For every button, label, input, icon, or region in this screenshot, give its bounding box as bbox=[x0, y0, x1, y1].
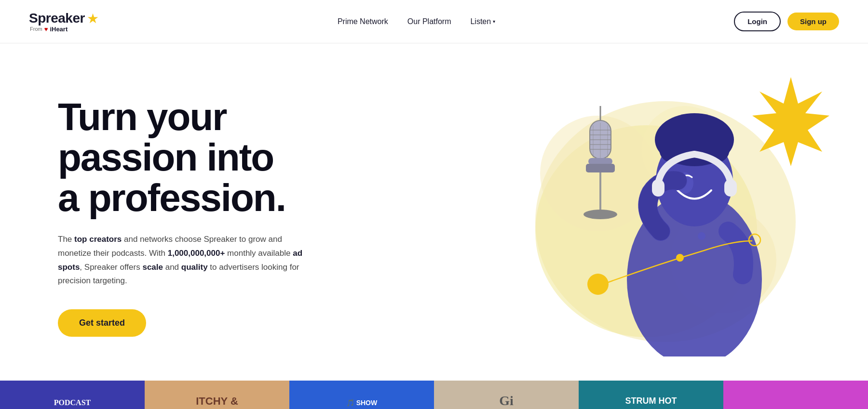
headline-line2: passion into bbox=[58, 136, 273, 179]
main-nav: Prime Network Our Platform Listen ▾ bbox=[338, 17, 495, 26]
podcast-strip: PODCAST ITCHY & 🎵 SHOW Gi STRUM HOT bbox=[0, 381, 868, 409]
desc-text1: The bbox=[58, 235, 74, 244]
desc-bold2: 1,000,000,000+ bbox=[168, 249, 225, 258]
svg-text:🎵 SHOW: 🎵 SHOW bbox=[346, 399, 378, 407]
iheart-label: iHeart bbox=[50, 26, 68, 33]
svg-point-18 bbox=[583, 210, 617, 219]
strip-label-5: STRUM HOT bbox=[625, 396, 677, 406]
desc-text3: monthly available bbox=[225, 249, 293, 258]
strip-label-2: ITCHY & bbox=[196, 395, 238, 408]
nav-listen-label: Listen bbox=[470, 17, 491, 26]
desc-bold5: quality bbox=[181, 263, 208, 272]
iheart-heart-icon: ♥ bbox=[44, 26, 48, 33]
desc-text4: , Spreaker offers bbox=[80, 263, 142, 272]
svg-rect-29 bbox=[652, 179, 665, 197]
desc-bold4: scale bbox=[142, 263, 163, 272]
strip-logo-3: 🎵 SHOW bbox=[333, 387, 391, 409]
signup-button[interactable]: Sign up bbox=[787, 13, 839, 30]
svg-point-31 bbox=[698, 232, 705, 240]
hero-headline: Turn your passion into a profession. bbox=[58, 97, 309, 218]
login-button[interactable]: Login bbox=[734, 12, 781, 31]
hero-description: The top creators and networks choose Spr… bbox=[58, 233, 309, 289]
nav-prime-network[interactable]: Prime Network bbox=[338, 17, 388, 26]
hero-section: Turn your passion into a profession. The… bbox=[0, 43, 868, 381]
headline-line1: Turn your bbox=[58, 95, 226, 138]
hero-illustration bbox=[502, 77, 839, 356]
svg-point-27 bbox=[680, 116, 709, 145]
strip-item-2: ITCHY & bbox=[145, 381, 289, 409]
get-started-button[interactable]: Get started bbox=[58, 309, 146, 337]
logo-text: Spreaker bbox=[29, 11, 85, 26]
headline-line3: a profession. bbox=[58, 176, 285, 219]
nav-our-platform[interactable]: Our Platform bbox=[407, 17, 451, 26]
strip-item-1: PODCAST bbox=[0, 381, 145, 409]
strip-logo-4: Gi bbox=[477, 387, 535, 409]
logo[interactable]: Spreaker ★ From ♥ iHeart bbox=[29, 11, 99, 33]
strip-item-6 bbox=[723, 381, 868, 409]
svg-text:Gi: Gi bbox=[499, 393, 514, 408]
svg-text:PODCAST: PODCAST bbox=[54, 398, 91, 407]
strip-item-5: STRUM HOT bbox=[579, 381, 723, 409]
svg-point-33 bbox=[587, 274, 609, 295]
svg-rect-15 bbox=[588, 158, 612, 165]
strip-logo-1: PODCAST bbox=[43, 387, 101, 409]
logo-from-text: From bbox=[30, 26, 42, 32]
strip-item-3: 🎵 SHOW bbox=[289, 381, 434, 409]
strip-logo-6 bbox=[767, 387, 825, 409]
nav-listen[interactable]: Listen ▾ bbox=[470, 17, 495, 26]
svg-rect-42 bbox=[767, 387, 825, 409]
header: Spreaker ★ From ♥ iHeart Prime Network O… bbox=[0, 0, 868, 43]
chevron-down-icon: ▾ bbox=[493, 19, 495, 24]
desc-bold1: top creators bbox=[74, 235, 122, 244]
header-actions: Login Sign up bbox=[734, 12, 839, 31]
strip-item-4: Gi bbox=[434, 381, 579, 409]
desc-text5: and bbox=[163, 263, 181, 272]
hero-svg bbox=[502, 77, 839, 356]
svg-rect-30 bbox=[724, 179, 737, 197]
svg-rect-16 bbox=[586, 164, 615, 172]
hero-content: Turn your passion into a profession. The… bbox=[58, 97, 309, 337]
logo-subtitle: From ♥ iHeart bbox=[29, 26, 68, 33]
svg-point-35 bbox=[676, 254, 684, 262]
logo-star-icon: ★ bbox=[87, 11, 99, 26]
